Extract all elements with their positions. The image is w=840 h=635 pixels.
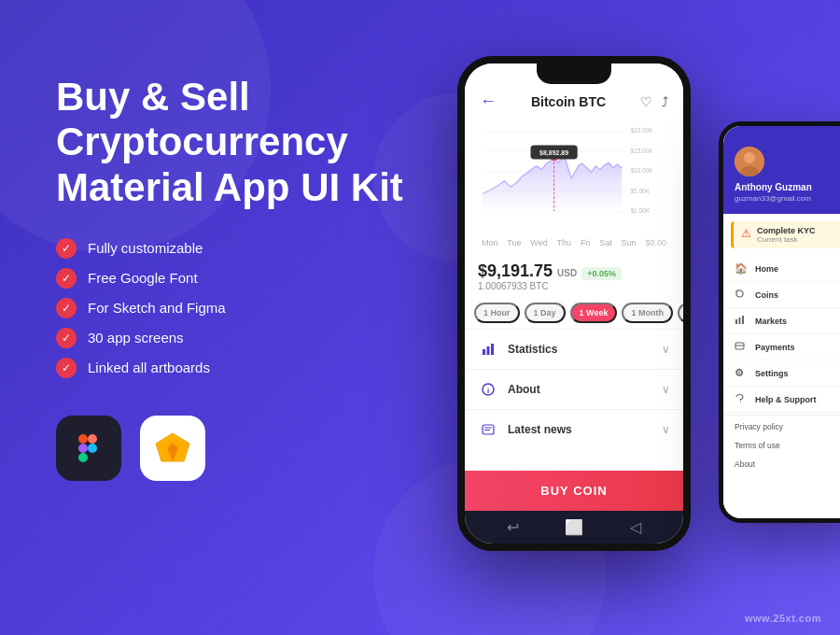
coins-icon [735, 289, 748, 301]
feature-item-1: ✓ Fully customizable [56, 238, 411, 259]
news-icon [478, 419, 498, 440]
watermark: www.25xt.com [745, 613, 821, 624]
svg-rect-35 [739, 318, 741, 324]
check-icon-2: ✓ [56, 268, 77, 289]
svg-text:$1.00K: $1.00K [630, 207, 650, 214]
svg-rect-24 [487, 346, 490, 355]
day-mon: Mon [482, 238, 498, 247]
latestnews-accordion[interactable]: Latest news ∨ [465, 409, 683, 449]
sketch-icon-box [140, 416, 205, 481]
kyc-text: Complete KYC Current task [757, 226, 816, 244]
menu-help-label: Help & Support [755, 395, 817, 404]
help-icon [735, 393, 748, 405]
chart-area: $20.00K $15.00K $10.00K $5.00K $1.00K [465, 120, 683, 254]
menu-home[interactable]: 🏠 Home [723, 256, 840, 282]
profile-avatar [735, 147, 764, 176]
payments-icon [735, 341, 748, 353]
statistics-icon [478, 339, 498, 360]
tab-1month[interactable]: 1 Month [622, 303, 673, 323]
phone-2-screen: Anthony Guzman guzman33@gmail.com ⚠ Comp… [723, 126, 840, 518]
svg-marker-18 [483, 156, 622, 212]
back-button[interactable]: ← [480, 92, 497, 111]
day-sun: Sun [622, 238, 637, 247]
about-label: About [508, 383, 540, 396]
menu-terms[interactable]: Terms of use [723, 436, 840, 455]
phone-1-screen: ← Bitcoin BTC ♡ ⤴ $20.00K $15.00K $10.00… [465, 64, 683, 543]
svg-text:$5.00K: $5.00K [630, 188, 650, 194]
svg-text:$20.00K: $20.00K [630, 127, 653, 134]
price-currency: USD [557, 268, 577, 278]
svg-text:$8,892.89: $8,892.89 [539, 149, 568, 157]
tab-1hour[interactable]: 1 Hour [474, 303, 520, 323]
settings-icon: ⚙ [735, 367, 748, 379]
feature-item-5: ✓ Linked all artboards [56, 358, 411, 378]
feature-item-4: ✓ 30 app screens [56, 328, 411, 348]
tab-extra[interactable]: 1 [678, 303, 683, 323]
menu-about[interactable]: About [723, 455, 840, 473]
menu-help[interactable]: Help & Support [723, 387, 840, 413]
svg-point-2 [78, 453, 88, 462]
statistics-chevron: ∨ [662, 343, 670, 356]
about-icon: i [478, 379, 498, 400]
menu-divider [723, 415, 840, 416]
profile-name: Anthony Guzman [735, 182, 812, 192]
menu-settings-label: Settings [755, 369, 789, 378]
day-fri: Fri [581, 238, 591, 247]
check-icon-3: ✓ [56, 298, 77, 318]
check-icon-4: ✓ [56, 328, 77, 348]
tool-icons [56, 416, 411, 481]
menu-home-label: Home [755, 264, 778, 274]
left-panel: Buy & SellCryptocurrencyMaterial App UI … [56, 75, 411, 481]
check-icon-5: ✓ [56, 358, 77, 378]
svg-rect-34 [735, 319, 737, 324]
about-accordion[interactable]: i About ∨ [465, 369, 683, 409]
day-thu: Thu [557, 238, 572, 247]
nav-back[interactable]: ↩ [507, 518, 519, 536]
svg-rect-23 [483, 349, 485, 355]
kyc-title: Complete KYC [757, 226, 816, 235]
time-tabs: 1 Hour 1 Day 1 Week 1 Month 1 [465, 297, 683, 329]
nav-home[interactable]: ⬜ [565, 518, 583, 536]
price-badge: +0.05% [581, 267, 622, 280]
markets-icon [735, 315, 748, 327]
menu-payments-label: Payments [755, 343, 795, 352]
heart-icon[interactable]: ♡ [640, 94, 652, 109]
main-title: Buy & SellCryptocurrencyMaterial App UI … [56, 75, 411, 210]
menu-privacy[interactable]: Privacy policy [723, 417, 840, 436]
statistics-accordion[interactable]: Statistics ∨ [465, 329, 683, 369]
svg-point-39 [740, 402, 741, 402]
phone-2: Anthony Guzman guzman33@gmail.com ⚠ Comp… [719, 121, 840, 523]
svg-text:$10.00K: $10.00K [630, 167, 653, 174]
day-wed: Wed [530, 238, 547, 247]
svg-text:i: i [487, 387, 489, 395]
tab-1week[interactable]: 1 Week [570, 303, 618, 323]
svg-point-32 [744, 152, 755, 163]
day-tue: Tue [507, 238, 521, 247]
buy-coin-button[interactable]: BUY COIN [465, 471, 683, 511]
menu-settings[interactable]: ⚙ Settings [723, 360, 840, 387]
price-info: $9,191.75 USD +0.05% 1.00067933 BTC [465, 254, 683, 297]
kyc-alert[interactable]: ⚠ Complete KYC Current task [731, 221, 840, 248]
nav-recent[interactable]: ◁ [630, 518, 641, 536]
menu-coins[interactable]: Coins [723, 282, 840, 308]
profile-email: guzman33@gmail.com [735, 194, 811, 203]
home-icon: 🏠 [735, 262, 748, 275]
profile-section: Anthony Guzman guzman33@gmail.com [723, 126, 840, 214]
figma-icon-box [56, 416, 121, 481]
menu-payments[interactable]: Payments [723, 334, 840, 360]
check-icon-1: ✓ [56, 238, 77, 259]
phone-1-notch [537, 64, 611, 84]
menu-markets-label: Markets [755, 317, 787, 326]
statistics-label: Statistics [508, 343, 557, 356]
day-sat: Sat [599, 238, 612, 247]
share-icon[interactable]: ⤴ [662, 94, 668, 109]
price-chart: $20.00K $15.00K $10.00K $5.00K $1.00K [474, 120, 674, 233]
figma-svg [72, 431, 105, 465]
menu-markets[interactable]: Markets [723, 308, 840, 334]
phone-title: Bitcoin BTC [531, 94, 606, 109]
svg-point-4 [88, 444, 97, 453]
feature-item-2: ✓ Free Google Font [56, 268, 411, 289]
svg-rect-25 [491, 344, 494, 355]
tab-1day[interactable]: 1 Day [525, 303, 566, 323]
price-zero: $0.00 [645, 238, 666, 247]
